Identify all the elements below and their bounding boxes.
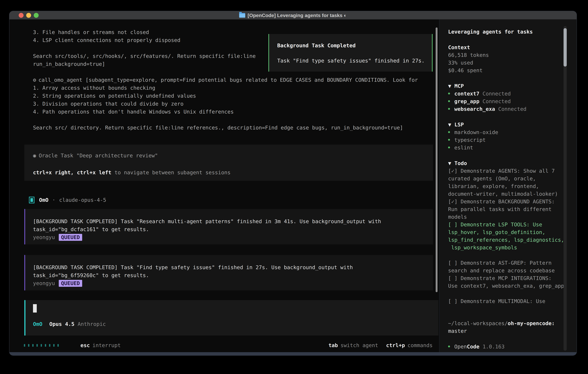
- mcp-status-text: Connected: [483, 98, 511, 104]
- title-bar[interactable]: [OpenCode] Leveraging agents for tasks ◐: [10, 11, 577, 20]
- background-task-message: [BACKGROUND TASK COMPLETED] Task "Resear…: [24, 209, 433, 244]
- todo-line: Run parallel tasks with different: [439, 205, 577, 213]
- tool-call-text: call_omo_agent [subagent_type=explore, p…: [39, 77, 418, 83]
- sidebar-scrollbar-thumb[interactable]: [564, 28, 567, 67]
- status-right: tab switch agent ctrl+p commands: [328, 342, 433, 348]
- mcp-section-header[interactable]: ▼MCP: [439, 82, 577, 90]
- sidebar-scrollbar-track[interactable]: [564, 26, 567, 351]
- tab-label: switch agent: [340, 342, 378, 348]
- context-spent: $0.46 spent: [439, 67, 577, 74]
- shortcut-keys: ctrl+x right, ctrl+x left: [33, 169, 111, 176]
- todo-line: [ ] Demonstrate MCP INTEGRATIONS:: [439, 274, 577, 282]
- esc-key: esc: [80, 342, 90, 348]
- path-prefix: ~/local-workspaces/: [448, 320, 508, 326]
- message-author: yeongyu: [33, 280, 55, 286]
- prompt-input[interactable]: OmO Opus 4.5 Anthropic: [24, 300, 438, 335]
- toast-body: Task "Find type safety issues" finished …: [277, 57, 432, 65]
- todo-spacer: [439, 290, 577, 297]
- background-task-toast: Background Task Completed Task "Find typ…: [268, 34, 433, 72]
- todo-line: curated agents (OmO, oracle,: [439, 175, 577, 182]
- toast-title: Background Task Completed: [277, 42, 432, 50]
- oracle-task-box: ◉Oracle Task "Deep architecture review" …: [24, 145, 433, 181]
- mcp-heading: MCP: [454, 83, 464, 89]
- todo-line: [ ] Demonstrate MULTIMODAL: Use: [439, 297, 577, 305]
- scrollback-line: 3. Division operations that could divide…: [10, 100, 439, 108]
- status-bar: esc interrupt tab switch agent ctrl+p co…: [10, 341, 439, 349]
- todo-line-active: lsp_find_references, lsp_diagnostics,: [439, 236, 577, 244]
- todo-line: [✓] Demonstrate BACKGROUND AGENTS:: [439, 198, 577, 205]
- agent-separator: ·: [52, 197, 55, 203]
- status-dot-icon: [448, 139, 450, 141]
- mcp-item: context7 Connected: [439, 90, 577, 97]
- app-window: [OpenCode] Leveraging agents for tasks ◐…: [10, 11, 577, 355]
- scrollback-line: 2. String operations on potentially unde…: [10, 92, 439, 100]
- mcp-status: [479, 98, 483, 104]
- todo-spacer: [439, 251, 577, 259]
- commands-label: commands: [408, 342, 433, 348]
- todo-line: [ ] Demonstrate AST-GREP: Pattern: [439, 259, 577, 267]
- lsp-name: eslint: [454, 145, 473, 151]
- git-branch: master: [439, 327, 577, 335]
- terminal-content: 3. File handles or streams not closed 4.…: [10, 20, 577, 352]
- shortcut-hint: to navigate between subagent sessions: [111, 169, 231, 176]
- mcp-status-text: Connected: [498, 106, 526, 112]
- mcp-item: grep_app Connected: [439, 97, 577, 105]
- input-agent-name: OmO: [33, 321, 42, 327]
- message-line: task_id="bg_6f59260c" to get results.: [33, 271, 433, 279]
- status-dot-icon: [448, 108, 450, 110]
- window-title-area: [OpenCode] Leveraging agents for tasks ◐: [10, 11, 577, 20]
- app-version-row: OpenCode1.0.163: [439, 343, 577, 350]
- lsp-section-header[interactable]: ▼LSP: [439, 121, 577, 128]
- tab-hint: tab switch agent: [328, 342, 378, 348]
- oracle-task-text: Oracle Task "Deep architecture review": [39, 153, 158, 158]
- context-tokens: 66,518 tokens: [439, 51, 577, 59]
- message-meta: yeongyu QUEUED: [33, 279, 433, 287]
- agent-header: OmO · claude-opus-4-5: [10, 196, 439, 204]
- window-title: [OpenCode] Leveraging agents for tasks ◐: [248, 13, 347, 18]
- lsp-item: typescript: [439, 136, 577, 144]
- agent-model: claude-opus-4-5: [59, 197, 106, 203]
- status-dot-icon: [448, 93, 450, 94]
- mcp-status-text: Connected: [483, 91, 511, 97]
- folder-icon: [239, 13, 245, 18]
- message-meta: yeongyu QUEUED: [33, 233, 433, 241]
- todo-line: models: [439, 213, 577, 221]
- background-task-message: [BACKGROUND TASK COMPLETED] Task "Find t…: [24, 255, 433, 291]
- commands-hint: ctrl+p commands: [386, 342, 433, 348]
- app-name-bold: Code: [467, 344, 480, 350]
- queued-badge: QUEUED: [59, 280, 82, 287]
- input-meta: OmO Opus 4.5 Anthropic: [33, 320, 438, 328]
- todo-heading: Todo: [454, 160, 467, 166]
- gear-icon: ⚙: [33, 77, 36, 83]
- todo-section-header[interactable]: ▼Todo: [439, 159, 577, 167]
- message-author: yeongyu: [33, 234, 55, 240]
- oracle-hint-line: ctrl+x right, ctrl+x left to navigate be…: [33, 168, 433, 177]
- message-line: [BACKGROUND TASK COMPLETED] Task "Find t…: [33, 263, 433, 271]
- todo-line-active: lsp_hover, lsp_goto_definition,: [439, 228, 577, 236]
- message-line: [BACKGROUND TASK COMPLETED] Task "Resear…: [33, 217, 433, 225]
- tab-key: tab: [328, 342, 338, 348]
- todo-line-active: lsp_workspace_symbols: [439, 244, 577, 251]
- scrollback-line: 4. Path operations that don't handle Win…: [10, 108, 439, 116]
- esc-label: interrupt: [93, 342, 121, 348]
- lsp-heading: LSP: [454, 122, 464, 128]
- main-scrollbar[interactable]: [436, 28, 438, 292]
- tool-call-line: ⚙call_omo_agent [subagent_type=explore, …: [10, 76, 439, 84]
- app-version: 1.0.163: [483, 344, 504, 350]
- lsp-item: markdown-oxide: [439, 128, 577, 136]
- context-heading: Context: [439, 43, 577, 51]
- status-dot-icon: [448, 100, 450, 102]
- todo-line: librarian, explore, frontend,: [439, 182, 577, 190]
- app-name-normal: Open: [454, 344, 467, 350]
- mcp-name: grep_app: [454, 98, 479, 104]
- main-session-pane: 3. File handles or streams not closed 4.…: [10, 20, 439, 352]
- input-model-name: Opus 4.5: [49, 321, 74, 327]
- esc-hint: esc interrupt: [80, 342, 121, 348]
- agent-avatar-icon: [29, 197, 34, 203]
- scrollback-line: 1. Array access without bounds checking: [10, 84, 439, 92]
- todo-line: Use context7, websearch_exa, grep_app: [439, 282, 577, 290]
- input-provider-name: Anthropic: [78, 321, 106, 327]
- path-project: oh-my-opencode:: [508, 320, 555, 326]
- context-used: 33% used: [439, 59, 577, 67]
- status-dot-icon: [448, 345, 450, 347]
